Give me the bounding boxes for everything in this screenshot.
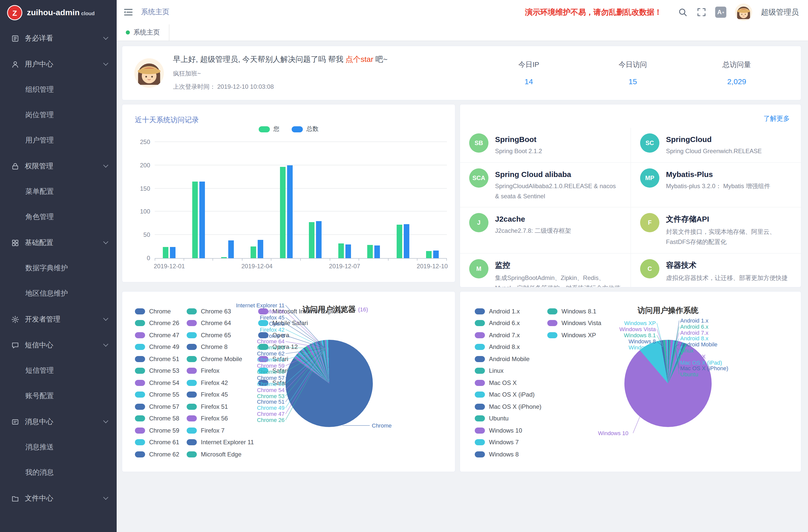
os-pie-chart[interactable] [624, 340, 712, 427]
sidebar-item[interactable]: 消息中心 [0, 409, 117, 435]
legend-item[interactable]: Mac OS X (iPhone) [475, 401, 547, 412]
sidebar-collapse-button[interactable] [123, 6, 134, 18]
legend-item[interactable]: Windows 8.1 [547, 305, 608, 317]
sidebar-item[interactable]: 文件中心 [0, 485, 117, 511]
legend-item[interactable]: Firefox 51 [187, 401, 258, 412]
bar-group[interactable]: 2019-12-01 [155, 142, 184, 258]
bar-group[interactable] [213, 142, 242, 258]
bar-group[interactable] [272, 142, 301, 258]
sidebar-item[interactable]: 用户中心 [0, 51, 117, 77]
legend-item[interactable]: Chrome 55 [135, 389, 187, 401]
pie-chart-title: 访问用户浏览器 [302, 305, 356, 314]
legend-item[interactable]: Chrome 59 [135, 424, 187, 436]
star-link[interactable]: 点个star [345, 55, 373, 63]
legend-item[interactable]: Chrome 65 [187, 329, 258, 341]
sidebar-subitem[interactable]: 消息推送 [0, 435, 117, 460]
legend-item[interactable]: Windows 10 [475, 424, 547, 436]
legend-item[interactable]: Chrome 47 [135, 329, 187, 341]
legend-item[interactable]: Mac OS X [475, 377, 547, 389]
bar-group[interactable] [359, 142, 388, 258]
legend-item[interactable]: 您 [259, 125, 279, 133]
legend-item[interactable]: Chrome 51 [135, 353, 187, 365]
folder-icon [11, 494, 19, 502]
sidebar-item[interactable]: 务必详看 [0, 25, 117, 51]
legend-item[interactable]: Android Mobile [475, 353, 547, 365]
legend-item[interactable]: Android 1.x [475, 305, 547, 317]
tab-home[interactable]: 系统主页 [117, 24, 169, 41]
y-axis-label: 250 [140, 139, 150, 146]
tech-item: SBSpringBootSpring Boot 2.1.2 [460, 128, 630, 162]
pie-callout-label: Android Mobile [680, 341, 717, 347]
legend-item[interactable]: Chrome [135, 305, 187, 317]
legend-label: Chrome 65 [201, 332, 231, 339]
legend-item[interactable]: Firefox 7 [187, 424, 258, 436]
tech-item: MPMybatis-PlusMybatis-plus 3.2.0： Mybati… [630, 162, 801, 207]
sidebar-subitem[interactable]: 组织管理 [0, 77, 117, 103]
pie-callout-label: Windows 7 [628, 344, 656, 350]
legend-item[interactable]: Microsoft Edge [187, 448, 258, 460]
bar-chart-plot[interactable]: 0501001502002502019-12-012019-12-042019-… [155, 142, 447, 259]
user-avatar[interactable] [735, 3, 752, 21]
username[interactable]: 超级管理员 [761, 7, 799, 17]
legend-item[interactable]: 总数 [292, 125, 318, 133]
sidebar-subitem[interactable]: 岗位管理 [0, 103, 117, 128]
legend-item[interactable]: Chrome 57 [135, 401, 187, 412]
legend-item[interactable]: Chrome 58 [135, 412, 187, 424]
legend-item[interactable]: Ubuntu [475, 412, 547, 424]
legend-item[interactable]: Windows 8 [475, 448, 547, 460]
sidebar-subitem[interactable]: 短信管理 [0, 358, 117, 383]
sidebar-item[interactable]: 开发者管理 [0, 306, 117, 332]
sidebar-subitem[interactable]: 菜单配置 [0, 179, 117, 204]
bar-group[interactable] [301, 142, 330, 258]
legend-item[interactable]: Windows Vista [547, 317, 608, 329]
legend-label: Chrome 57 [149, 403, 179, 410]
legend-item[interactable]: Chrome 8 [187, 341, 258, 353]
font-size-icon[interactable]: A+ [715, 6, 726, 18]
bar [404, 224, 409, 258]
bar-group[interactable]: 2019-12-10 [418, 142, 447, 258]
sidebar-subitem[interactable]: 用户管理 [0, 128, 117, 153]
legend-item[interactable]: Chrome Mobile [187, 353, 258, 365]
legend-item[interactable]: Windows XP [547, 329, 608, 341]
bar-group[interactable]: 2019-12-07 [330, 142, 359, 258]
sidebar-subitem[interactable]: 地区信息维护 [0, 281, 117, 306]
fullscreen-icon[interactable] [696, 7, 706, 17]
learn-more-link[interactable]: 了解更多 [764, 114, 790, 123]
legend-item[interactable]: Chrome 54 [135, 377, 187, 389]
legend-item[interactable]: Firefox [187, 365, 258, 377]
bar [258, 240, 263, 258]
legend-item[interactable]: Chrome 53 [135, 365, 187, 377]
bar-group[interactable]: 2019-12-04 [242, 142, 272, 258]
legend-item[interactable]: Firefox 56 [187, 412, 258, 424]
sidebar-item[interactable]: 基础配置 [0, 230, 117, 256]
sidebar-item[interactable]: 权限管理 [0, 153, 117, 179]
sidebar-item-label: 用户中心 [25, 60, 104, 69]
legend-item[interactable]: Firefox 42 [187, 377, 258, 389]
bar-group[interactable] [184, 142, 213, 258]
pie-callout-label: Internet Explorer 11 [236, 302, 284, 308]
browser-pie-chart[interactable] [286, 340, 373, 427]
legend-item[interactable]: Windows 7 [475, 436, 547, 448]
legend-item[interactable]: Mac OS X (iPad) [475, 389, 547, 401]
sidebar-subitem[interactable]: 数据字典维护 [0, 256, 117, 281]
pie-callout-label: Chrome 53 [257, 393, 284, 399]
legend-item[interactable]: Chrome 61 [135, 436, 187, 448]
legend-item[interactable]: Internet Explorer 11 [187, 436, 258, 448]
legend-item[interactable]: Linux [475, 365, 547, 377]
sidebar-item[interactable]: 短信中心 [0, 332, 117, 358]
sidebar-subitem[interactable]: 角色管理 [0, 204, 117, 230]
search-icon[interactable] [678, 7, 688, 17]
legend-item[interactable]: Firefox 45 [187, 389, 258, 401]
tech-item: C容器技术虚拟化容器技术，让迁移、部署更加方便快捷 [630, 253, 801, 288]
legend-item[interactable]: Chrome 64 [187, 317, 258, 329]
legend-item[interactable]: Chrome 49 [135, 341, 187, 353]
legend-item[interactable]: Android 6.x [475, 317, 547, 329]
stat-value: 15 [581, 77, 685, 86]
bar-group[interactable] [388, 142, 418, 258]
legend-item[interactable]: Android 8.x [475, 341, 547, 353]
sidebar-subitem[interactable]: 我的消息 [0, 460, 117, 485]
legend-item[interactable]: Android 7.x [475, 329, 547, 341]
sidebar-subitem[interactable]: 账号配置 [0, 383, 117, 409]
legend-item[interactable]: Chrome 26 [135, 317, 187, 329]
legend-item[interactable]: Chrome 62 [135, 448, 187, 460]
